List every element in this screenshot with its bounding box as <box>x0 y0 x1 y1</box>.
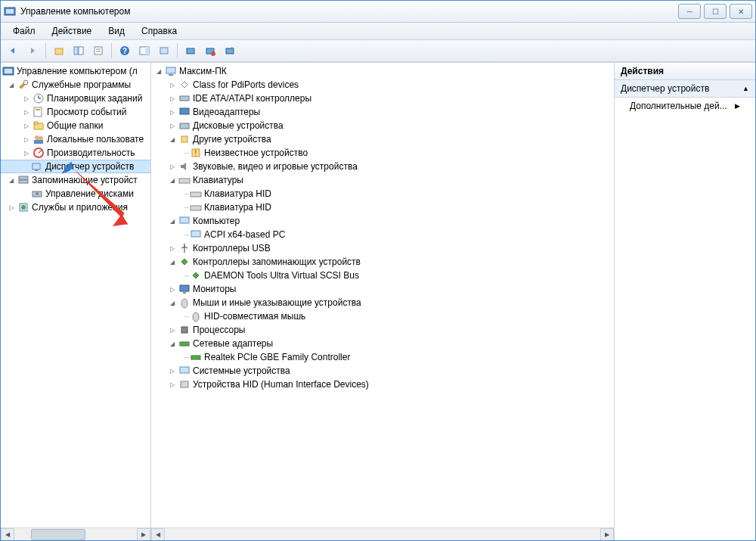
expand-icon[interactable]: ▷ <box>168 325 177 334</box>
expand-icon[interactable]: ▷ <box>22 107 31 117</box>
tree-eventviewer[interactable]: ▷ Просмотр событий <box>1 105 150 119</box>
expand-icon[interactable]: ▷ <box>7 203 16 212</box>
svg-rect-52 <box>191 231 200 237</box>
left-scrollbar[interactable]: ◀ ▶ <box>1 527 150 540</box>
minimize-button[interactable]: ─ <box>678 4 701 19</box>
expand-icon[interactable]: ▷ <box>168 284 177 294</box>
expand-icon[interactable]: ▷ <box>168 366 177 375</box>
expand-icon[interactable]: ▷ <box>168 121 177 130</box>
tree-sharedfolders[interactable]: ▷ Общие папки <box>1 119 150 132</box>
center-scrollbar[interactable]: ◀ ▶ <box>151 527 614 540</box>
dev-other[interactable]: ◢Другие устройства <box>151 132 614 146</box>
help-button[interactable]: ? <box>116 42 134 60</box>
dev-processors[interactable]: ▷Процессоры <box>151 323 614 337</box>
tree-localusers[interactable]: ▷ Локальные пользовате <box>1 132 150 146</box>
collapse-icon[interactable]: ▲ <box>742 85 749 92</box>
dev-pdiports[interactable]: ▷Class for PdiPorts devices <box>151 78 614 92</box>
collapse-icon[interactable]: ◢ <box>168 135 177 144</box>
collapse-icon[interactable]: ◢ <box>154 67 163 76</box>
update-driver-button[interactable] <box>221 42 239 60</box>
collapse-icon[interactable]: ◢ <box>7 176 16 185</box>
actions-more[interactable]: Дополнительные дей... ▶ <box>615 98 755 114</box>
expand-icon[interactable]: ▷ <box>168 107 177 117</box>
menu-file[interactable]: Файл <box>5 24 43 38</box>
menu-view[interactable]: Вид <box>101 24 132 38</box>
dev-kbdhid2[interactable]: ┈Клавиатура HID <box>151 201 614 214</box>
dev-kbdhid1[interactable]: ┈Клавиатура HID <box>151 187 614 201</box>
scroll-right-button[interactable]: ▶ <box>137 528 150 540</box>
scan-hardware-button[interactable] <box>181 42 200 60</box>
dev-sound[interactable]: ▷Звуковые, видео и игровые устройства <box>151 160 614 173</box>
back-button[interactable] <box>4 42 22 60</box>
scroll-left-button[interactable]: ◀ <box>151 528 165 540</box>
dev-usb[interactable]: ▷Контроллеры USB <box>151 241 614 255</box>
tree-diskmgmt[interactable]: Управление дисками <box>1 187 150 201</box>
show-hide-tree-button[interactable] <box>70 42 88 60</box>
tree-devicemgr[interactable]: Диспетчер устройств <box>1 160 150 173</box>
dev-realtek[interactable]: ┈Realtek PCIe GBE Family Controller <box>151 350 614 364</box>
devicemgr-icon <box>31 160 43 173</box>
collapse-icon[interactable]: ◢ <box>168 339 177 348</box>
expand-icon[interactable]: ▷ <box>22 121 31 130</box>
dev-hiddevices[interactable]: ▷Устройства HID (Human Interface Devices… <box>151 378 614 391</box>
collapse-icon[interactable]: ◢ <box>168 216 177 225</box>
expand-icon[interactable]: ▷ <box>22 148 31 157</box>
tree-storage[interactable]: ◢ Запоминающие устройст <box>1 173 150 187</box>
expand-icon[interactable]: ▷ <box>168 94 177 103</box>
refresh-button[interactable] <box>155 42 173 60</box>
tree-performance[interactable]: ▷ Производительность <box>1 146 150 160</box>
properties-button[interactable] <box>89 42 107 60</box>
expand-icon[interactable]: ▷ <box>22 94 31 103</box>
expand-icon[interactable]: ▷ <box>168 162 177 171</box>
expand-icon[interactable]: ▷ <box>168 380 177 389</box>
dev-video[interactable]: ▷Видеоадаптеры <box>151 105 614 119</box>
dev-monitors[interactable]: ▷Мониторы <box>151 282 614 296</box>
keyboard-icon <box>190 188 202 200</box>
expand-icon[interactable]: ▷ <box>168 80 177 89</box>
device-tree[interactable]: ◢ Максим-ПК ▷Class for PdiPorts devices … <box>151 63 614 527</box>
collapse-icon[interactable]: ◢ <box>168 298 177 307</box>
svg-rect-54 <box>183 292 186 294</box>
close-button[interactable]: ✕ <box>730 4 752 19</box>
dev-root[interactable]: ◢ Максим-ПК <box>151 64 614 78</box>
tree-root[interactable]: Управление компьютером (л <box>1 64 150 78</box>
scroll-right-button[interactable]: ▶ <box>600 528 614 540</box>
collapse-icon[interactable]: ◢ <box>7 80 16 89</box>
dev-storagectrl[interactable]: ◢Контроллеры запоминающих устройств <box>151 255 614 269</box>
uninstall-button[interactable] <box>201 42 219 60</box>
menu-help[interactable]: Справка <box>134 24 184 38</box>
dev-keyboards[interactable]: ◢Клавиатуры <box>151 173 614 187</box>
forward-button[interactable] <box>23 42 42 60</box>
tree-services[interactable]: ▷ Службы и приложения <box>1 201 150 214</box>
dev-disk[interactable]: ▷Дисковые устройства <box>151 119 614 132</box>
computer-icon <box>178 215 191 227</box>
svg-rect-57 <box>181 327 187 333</box>
dev-unknown[interactable]: ┈!Неизвестное устройство <box>151 146 614 160</box>
maximize-button[interactable]: ☐ <box>704 4 727 19</box>
collapse-icon[interactable]: ◢ <box>168 176 177 185</box>
tree-scheduler[interactable]: ▷ Планировщик заданий <box>1 92 150 105</box>
dev-daemon[interactable]: ┈DAEMON Tools Ultra Virtual SCSI Bus <box>151 269 614 282</box>
actions-context[interactable]: Диспетчер устройств ▲ <box>615 80 755 98</box>
services-icon <box>17 201 29 213</box>
scroll-thumb[interactable] <box>31 529 85 540</box>
dev-acpi[interactable]: ┈ACPI x64-based PC <box>151 228 614 241</box>
scroll-left-button[interactable]: ◀ <box>1 528 14 540</box>
dev-hidmouse[interactable]: ┈HID-совместимая мышь <box>151 309 614 323</box>
menu-action[interactable]: Действие <box>45 24 100 38</box>
up-button[interactable] <box>50 42 68 60</box>
computer-icon <box>190 229 202 241</box>
svg-rect-61 <box>181 381 188 387</box>
dev-ide[interactable]: ▷IDE ATA/ATAPI контроллеры <box>151 92 614 105</box>
dev-netadapters[interactable]: ◢Сетевые адаптеры <box>151 337 614 350</box>
svg-rect-11 <box>145 47 149 54</box>
collapse-icon[interactable]: ◢ <box>168 257 177 266</box>
dev-computer[interactable]: ◢Компьютер <box>151 214 614 228</box>
dev-mice[interactable]: ◢Мыши и иные указывающие устройства <box>151 296 614 309</box>
tree-system-tools[interactable]: ◢ Служебные программы <box>1 78 150 92</box>
action-pane-button[interactable] <box>135 42 153 60</box>
expand-icon[interactable]: ▷ <box>22 135 31 144</box>
dev-sysdevices[interactable]: ▷Системные устройства <box>151 364 614 378</box>
management-tree[interactable]: Управление компьютером (л ◢ Служебные пр… <box>1 63 150 527</box>
expand-icon[interactable]: ▷ <box>168 244 177 253</box>
